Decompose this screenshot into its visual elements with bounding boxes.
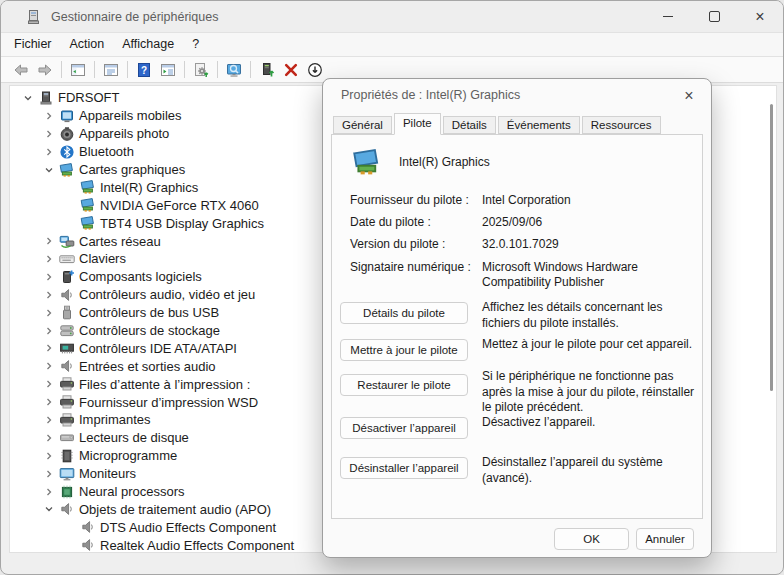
chevron-right-icon[interactable] xyxy=(39,271,59,283)
chevron-right-icon[interactable] xyxy=(39,110,59,122)
tree-item-label: Files d’attente à l’impression : xyxy=(79,377,250,392)
chevron-down-icon[interactable] xyxy=(18,92,38,104)
device-header: Intel(R) Graphics xyxy=(350,147,490,177)
search-computer-button[interactable] xyxy=(222,59,246,81)
uninstall-button[interactable] xyxy=(279,59,303,81)
chevron-right-icon[interactable] xyxy=(39,307,59,319)
maximize-button[interactable] xyxy=(691,1,737,32)
menu-affichage[interactable]: Affichage xyxy=(113,33,183,56)
mettre-a-jour-le-pilote-button[interactable]: Mettre à jour le pilote xyxy=(340,339,468,361)
menu-fichier[interactable]: Fichier xyxy=(5,33,61,56)
tab-details[interactable]: Détails xyxy=(443,116,496,134)
chevron-right-icon[interactable] xyxy=(39,468,59,480)
chevron-right-icon[interactable] xyxy=(39,450,59,462)
toolbar-separator xyxy=(250,61,251,78)
help-button[interactable]: ? xyxy=(132,59,156,81)
tree-item-label: Fournisseur d’impression WSD xyxy=(79,395,258,410)
mobile-icon xyxy=(59,108,75,124)
tree-item-label: Contrôleurs IDE ATA/ATAPI xyxy=(79,341,237,356)
gpu-icon xyxy=(80,197,96,213)
speaker-icon xyxy=(80,519,96,535)
chevron-right-icon[interactable] xyxy=(39,253,59,265)
properties-dialog: Propriétés de : Intel(R) Graphics × Géné… xyxy=(322,78,712,558)
tree-item-label: Appareils mobiles xyxy=(79,108,182,123)
action-row-desinstaller-lappareil: Désinstaller l’appareilDésinstallez l’ap… xyxy=(340,455,698,486)
tree-item-label: Entrées et sorties audio xyxy=(79,359,216,374)
cancel-button[interactable]: Annuler xyxy=(636,528,694,550)
scan-hardware-button[interactable] xyxy=(189,59,213,81)
chevron-down-icon[interactable] xyxy=(39,164,59,176)
details-du-pilote-button[interactable]: Détails du pilote xyxy=(340,302,468,324)
action-pane-button[interactable] xyxy=(156,59,180,81)
disable-button[interactable] xyxy=(303,59,327,81)
keyboard-icon xyxy=(59,251,75,267)
close-button[interactable]: × xyxy=(737,1,783,32)
chevron-right-icon[interactable] xyxy=(39,360,59,372)
disk-icon xyxy=(59,430,75,446)
field-value: Intel Corporation xyxy=(482,193,698,208)
forward-button[interactable] xyxy=(33,59,57,81)
dialog-tabs: GénéralPiloteDétailsÉvénementsRessources xyxy=(333,114,663,134)
chevron-right-icon[interactable] xyxy=(39,486,59,498)
chevron-right-icon[interactable] xyxy=(39,235,59,247)
field-signataire-numerique: Signataire numérique :Microsoft Windows … xyxy=(350,260,698,290)
menu-help[interactable]: ? xyxy=(183,33,208,56)
field-date-du-pilote: Date du pilote :2025/09/06 xyxy=(350,215,698,230)
chevron-placeholder xyxy=(60,217,80,229)
tree-item-label: TBT4 USB Display Graphics xyxy=(100,216,264,231)
desinstaller-lappareil-button[interactable]: Désinstaller l’appareil xyxy=(340,457,468,479)
console-tree-icon xyxy=(70,62,86,78)
usb-icon xyxy=(59,305,75,321)
chevron-placeholder xyxy=(60,539,80,551)
chevron-right-icon[interactable] xyxy=(39,342,59,354)
device-manager-app-icon xyxy=(26,9,42,25)
action-description: Désactivez l’appareil. xyxy=(482,415,700,431)
network-icon xyxy=(59,233,75,249)
firmware-icon xyxy=(59,448,75,464)
field-label: Fournisseur du pilote : xyxy=(350,193,482,208)
restaurer-le-pilote-button[interactable]: Restaurer le pilote xyxy=(340,374,468,396)
chevron-right-icon[interactable] xyxy=(39,325,59,337)
action-description: Si le périphérique ne fonctionne pas apr… xyxy=(482,369,700,416)
chevron-right-icon[interactable] xyxy=(39,289,59,301)
action-description: Affichez les détails concernant les fich… xyxy=(482,300,700,331)
chevron-right-icon[interactable] xyxy=(39,396,59,408)
tab-ressources[interactable]: Ressources xyxy=(582,116,661,134)
properties-button[interactable] xyxy=(99,59,123,81)
action-description: Désinstallez l’appareil du système (avan… xyxy=(482,455,700,486)
chevron-right-icon[interactable] xyxy=(39,414,59,426)
update-driver-button[interactable] xyxy=(255,59,279,81)
forward-icon xyxy=(37,62,53,78)
tree-vertical-scrollbar[interactable] xyxy=(770,104,773,391)
speaker-icon xyxy=(80,537,96,553)
field-value: Microsoft Windows Hardware Compatibility… xyxy=(482,260,698,290)
tab-general[interactable]: Général xyxy=(333,116,392,134)
minimize-button[interactable] xyxy=(645,1,691,32)
help-icon: ? xyxy=(136,62,152,78)
toolbar-separator xyxy=(127,61,128,78)
tree-item-label: Contrôleurs de bus USB xyxy=(79,305,219,320)
chevron-right-icon[interactable] xyxy=(39,128,59,140)
tree-item-label: Claviers xyxy=(79,251,126,266)
toolbar-separator xyxy=(217,61,218,78)
tab-pilote[interactable]: Pilote xyxy=(394,113,441,135)
console-tree-button[interactable] xyxy=(66,59,90,81)
desactiver-lappareil-button[interactable]: Désactiver l’appareil xyxy=(340,417,468,439)
tab-evenements[interactable]: Événements xyxy=(498,116,580,134)
gpu-icon xyxy=(80,179,96,195)
ok-button[interactable]: OK xyxy=(554,528,629,550)
dialog-close-icon[interactable]: × xyxy=(679,86,699,106)
speaker-icon xyxy=(59,358,75,374)
tree-item-label: Contrôleurs audio, vidéo et jeu xyxy=(79,287,255,302)
tree-item-label: Contrôleurs de stockage xyxy=(79,323,220,338)
menu-action[interactable]: Action xyxy=(61,33,114,56)
chevron-right-icon[interactable] xyxy=(39,146,59,158)
chevron-right-icon[interactable] xyxy=(39,432,59,444)
chevron-right-icon[interactable] xyxy=(39,378,59,390)
action-pane-icon xyxy=(160,62,176,78)
chevron-down-icon[interactable] xyxy=(39,503,59,515)
update-driver-icon xyxy=(259,62,275,78)
printer-icon xyxy=(59,394,75,410)
svg-text:?: ? xyxy=(141,64,147,75)
back-button[interactable] xyxy=(9,59,33,81)
